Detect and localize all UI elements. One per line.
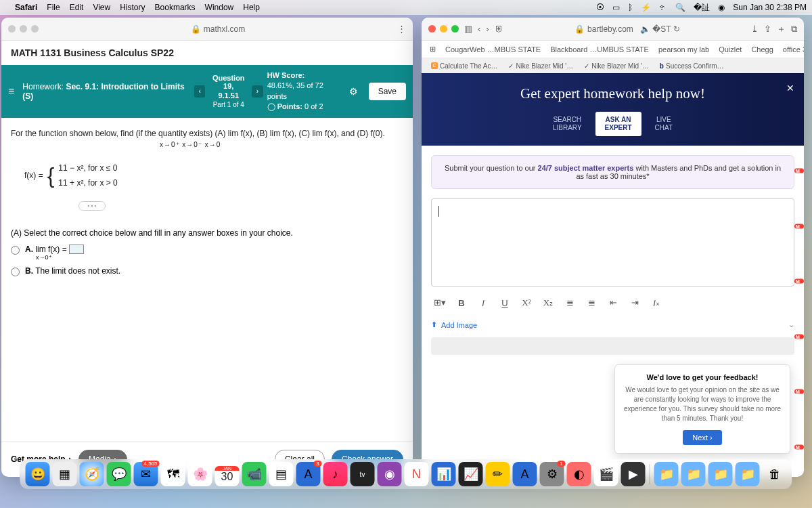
submit-bar[interactable] [431,337,794,355]
app-icon[interactable]: ◐ [567,462,591,486]
download-icon[interactable]: ⤓ [751,24,759,34]
radio-b[interactable] [11,268,20,276]
menu-view[interactable]: View [93,3,110,12]
side-badge[interactable]: M [794,169,804,173]
prev-question-button[interactable]: ‹ [194,85,206,98]
app-icon[interactable]: 🎬 [594,462,618,486]
safari-icon[interactable]: 🧭 [80,462,104,486]
app-icon[interactable]: A [513,462,537,486]
bullet-list-button[interactable]: ≣ [561,295,579,311]
add-image-button[interactable]: ⬆ Add Image ⌄ [431,320,794,329]
calendar-icon[interactable]: JAN 30 [215,462,240,486]
question-editor[interactable] [431,198,794,287]
tab-item[interactable]: CCalculate The Ac… [427,61,501,71]
address-bar[interactable]: 🔒 mathxl.com [44,24,392,34]
finder-icon[interactable]: 😀 [26,462,50,486]
window-controls[interactable] [428,25,459,33]
record-icon[interactable]: ⦿ [596,3,604,12]
fav-item[interactable]: Blackboard …UMBUS STATE [550,45,649,54]
expand-icon[interactable]: • • • [78,201,106,211]
superscript-button[interactable]: X² [518,295,535,311]
appstore-icon[interactable]: A3 [296,462,321,486]
outdent-button[interactable]: ⇤ [604,295,622,311]
music-icon[interactable]: ♪ [323,462,348,486]
settings-icon[interactable]: ⚙1 [540,462,564,486]
bold-button[interactable]: B [453,295,470,311]
facetime-icon[interactable]: 📹 [242,462,267,486]
tab-search-library[interactable]: SEARCHLIBRARY [543,112,591,136]
forward-button[interactable]: › [486,24,489,34]
stocks-icon[interactable]: 📈 [459,462,483,486]
search-icon[interactable]: 🔍 [675,3,685,12]
indent-button[interactable]: ⇥ [626,295,644,311]
battery-icon[interactable]: ▭ [612,3,620,12]
close-icon[interactable]: ✕ [786,83,794,93]
side-badge[interactable]: M [794,279,804,284]
app-name[interactable]: Safari [15,3,37,12]
bluetooth-icon[interactable]: ᛒ [628,3,633,12]
siri-icon[interactable]: ◉ [718,3,725,12]
clear-format-button[interactable]: Iₓ [648,295,665,311]
fav-item[interactable]: pearson my lab [658,45,709,54]
menu-edit[interactable]: Edit [70,3,84,12]
window-controls[interactable] [8,25,39,33]
underline-button[interactable]: U [496,295,514,311]
wifi-icon[interactable]: ᯤ [659,3,667,12]
side-badge[interactable]: M [794,389,804,394]
mail-icon[interactable]: ✉4,505 [134,462,158,486]
fav-item[interactable]: Quizlet [719,45,742,54]
folder-icon[interactable]: 📁 [654,462,679,486]
photos-icon[interactable]: 🌸 [188,462,212,486]
tab-item[interactable]: b Success Confirm… [656,61,728,71]
next-button[interactable]: Next › [683,430,721,445]
notes-icon[interactable]: ✏ [486,462,510,486]
folder-icon[interactable]: 📁 [708,462,733,486]
podcasts-icon[interactable]: ◉ [378,462,402,486]
shield-icon[interactable]: ⛨ [495,24,503,34]
keynote-icon[interactable]: 📊 [432,462,456,486]
control-center-icon[interactable]: �訨 [694,2,710,14]
folder-icon[interactable]: 📁 [736,462,760,486]
choice-b[interactable]: B. The limit does not exist. [11,266,403,276]
launchpad-icon[interactable]: ▦ [53,462,77,486]
tv-icon[interactable]: tv [351,462,375,486]
table-icon[interactable]: ⊞▾ [431,295,449,311]
fav-item[interactable]: office 365 [783,45,804,54]
choice-a[interactable]: A. lim f(x) = x→0⁺ [11,245,403,261]
number-list-button[interactable]: ≣ [583,295,600,311]
side-badge[interactable]: M [794,444,804,449]
tab-live-chat[interactable]: LIVECHAT [646,112,682,136]
maps-icon[interactable]: 🗺 [161,462,185,486]
clock[interactable]: Sun Jan 30 2:38 PM [733,3,807,12]
sidebar-icon[interactable]: ▥ [464,24,472,34]
charging-icon[interactable]: ⚡ [641,3,651,12]
menu-bookmarks[interactable]: Bookmarks [155,3,196,12]
gear-icon[interactable]: ⚙ [349,86,358,97]
side-badge[interactable]: M [794,334,804,339]
menu-history[interactable]: History [120,3,145,12]
address-bar[interactable]: 🔒 bartleby.com 🔈 �ST ↻ [509,24,746,34]
share-icon[interactable]: ⇪ [764,24,771,34]
save-button[interactable]: Save [369,83,406,100]
app-icon[interactable]: ▶ [621,462,646,486]
folder-icon[interactable]: 📁 [681,462,706,486]
menu-window[interactable]: Window [205,3,234,12]
menu-help[interactable]: Help [243,3,260,12]
new-tab-icon[interactable]: ＋ [777,23,786,35]
answer-input[interactable] [69,245,84,254]
subscript-button[interactable]: X₂ [539,295,557,311]
next-question-button[interactable]: › [252,85,263,98]
news-icon[interactable]: N [405,462,429,486]
tabs-icon[interactable]: ⧉ [791,24,797,35]
menu-icon[interactable]: ≡ [8,85,14,98]
italic-button[interactable]: I [474,295,492,311]
fav-item[interactable]: CougarWeb …MBUS STATE [445,45,541,54]
fav-item[interactable]: Chegg [751,45,773,54]
side-badge[interactable]: M [794,224,804,228]
reminders-icon[interactable]: ▤ [269,462,294,486]
chevron-down-icon[interactable]: ⌄ [788,320,794,329]
more-icon[interactable]: ⋮ [397,24,406,34]
trash-icon[interactable]: 🗑 [763,462,787,486]
tab-item[interactable]: ✓ Nike Blazer Mid '… [580,61,653,71]
back-button[interactable]: ‹ [478,24,480,34]
